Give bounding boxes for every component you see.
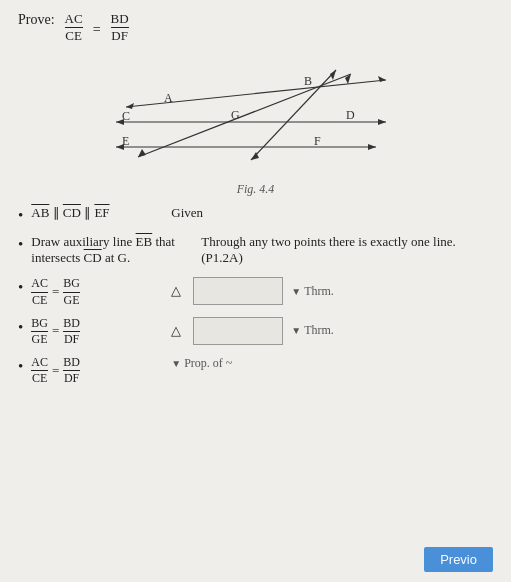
bullet-1: • — [18, 207, 23, 224]
bullet-2: • — [18, 236, 23, 253]
reason-box-3[interactable] — [193, 277, 283, 305]
statement-1-text: AB ∥ CD ∥ EF — [31, 205, 109, 221]
svg-text:A: A — [164, 91, 173, 105]
frac-ac-ce: AC CE — [31, 277, 48, 306]
equals-sign: = — [93, 18, 101, 38]
reason-3: △ ▼ Thrm. — [161, 277, 493, 305]
bullet-4: • — [18, 319, 23, 336]
svg-text:B: B — [304, 74, 312, 88]
lhs-num: AC — [65, 12, 83, 26]
lhs-fraction: AC CE — [65, 12, 83, 44]
lhs-den: CE — [65, 29, 82, 43]
statement-3: AC CE = BG GE — [31, 277, 161, 306]
prove-label: Prove: — [18, 12, 55, 28]
svg-marker-21 — [330, 70, 336, 80]
svg-text:E: E — [122, 134, 129, 148]
svg-text:F: F — [314, 134, 321, 148]
geometry-diagram: A B C G D E F — [96, 52, 416, 182]
proof-line-3: • AC CE = BG GE △ ▼ Thrm. — [18, 277, 493, 306]
reason-5: ▼ Prop. of ~ — [161, 356, 493, 371]
proof-line-1: • AB ∥ CD ∥ EF Given — [18, 205, 493, 224]
prev-button[interactable]: Previo — [424, 547, 493, 572]
svg-marker-17 — [138, 149, 146, 157]
rhs-num: BD — [111, 12, 129, 26]
thrm-label-4: ▼ Thrm. — [291, 323, 334, 338]
proof-list: • AB ∥ CD ∥ EF Given • Draw auxiliary li… — [18, 205, 493, 386]
proof-line-2: • Draw auxiliary line EB that intersects… — [18, 234, 493, 268]
reason-1: Given — [161, 205, 493, 221]
prove-header: Prove: AC CE = BD DF — [18, 12, 493, 44]
frac-ac-ce-2: AC CE — [31, 356, 48, 385]
frac-bd-df-1: BD DF — [63, 317, 80, 346]
fig-label: Fig. 4.4 — [237, 182, 275, 197]
bullet-5: • — [18, 358, 23, 375]
prop-reason: ▼ Prop. of ~ — [171, 356, 232, 371]
dropdown-arrow-5[interactable]: ▼ — [171, 358, 181, 369]
thrm-label-3: ▼ Thrm. — [291, 284, 334, 299]
svg-text:D: D — [346, 108, 355, 122]
dropdown-arrow-3[interactable]: ▼ — [291, 286, 301, 297]
statement-4: BG GE = BD DF — [31, 317, 161, 346]
proof-line-5: • AC CE = BD DF ▼ Prop. of ~ — [18, 356, 493, 385]
rhs-fraction: BD DF — [111, 12, 129, 44]
statement-5: AC CE = BD DF — [31, 356, 161, 385]
frac-bd-df-2: BD DF — [63, 356, 80, 385]
statement-1: AB ∥ CD ∥ EF — [31, 205, 161, 221]
svg-marker-7 — [378, 119, 386, 125]
proof-line-4: • BG GE = BD DF △ ▼ Thrm. — [18, 317, 493, 346]
svg-marker-13 — [368, 144, 376, 150]
rhs-den: DF — [111, 29, 128, 43]
frac-bg-ge-1: BG GE — [63, 277, 80, 306]
delta-symbol-3: △ — [171, 283, 181, 299]
frac-bg-ge-2: BG GE — [31, 317, 48, 346]
bullet-3: • — [18, 279, 23, 296]
statement-2: Draw auxiliary line EB that intersects C… — [31, 234, 191, 268]
figure-area: A B C G D E F — [18, 52, 493, 197]
statement-2-text: Draw auxiliary line EB that intersects C… — [31, 234, 191, 268]
dropdown-arrow-4[interactable]: ▼ — [291, 325, 301, 336]
svg-text:C: C — [122, 109, 130, 123]
reason-box-4[interactable] — [193, 317, 283, 345]
reason-4: △ ▼ Thrm. — [161, 317, 493, 345]
delta-symbol-4: △ — [171, 323, 181, 339]
reason-2-text: Through any two points there is exactly … — [201, 234, 493, 266]
reason-2: Through any two points there is exactly … — [191, 234, 493, 266]
given-text: Given — [171, 205, 203, 221]
